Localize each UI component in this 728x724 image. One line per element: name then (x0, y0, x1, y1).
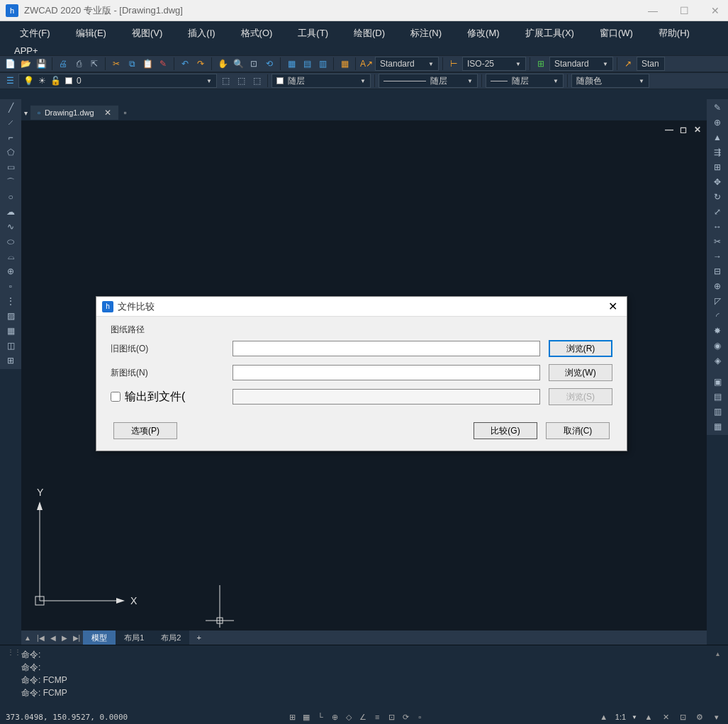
layout-tab-1[interactable]: 布局1 (116, 630, 152, 645)
menu-insert[interactable]: 插入(I) (175, 24, 228, 43)
menu-modify[interactable]: 修改(M) (454, 24, 513, 43)
explode-icon[interactable]: ✸ (708, 324, 727, 338)
menu-help[interactable]: 帮助(H) (646, 24, 702, 43)
trim-icon[interactable]: ✂ (708, 234, 727, 249)
zoom-prev-icon[interactable]: ⟲ (262, 57, 276, 71)
join-icon[interactable]: ⊕ (708, 279, 727, 293)
tool-f-icon[interactable]: ▦ (708, 419, 727, 434)
polyline-icon[interactable]: ⌐ (1, 130, 20, 145)
layout-nav-next[interactable]: ▶ (59, 634, 70, 642)
ellipse-icon[interactable]: ⬭ (1, 234, 20, 249)
fillet-icon[interactable]: ◜ (708, 309, 727, 323)
command-line[interactable]: ⋮⋮ ▴ 命令: 命令: 命令: FCMP 命令: FCMP (0, 645, 728, 710)
viewport-close-icon[interactable]: ✕ (693, 125, 702, 135)
output-checkbox-input[interactable] (111, 392, 121, 402)
layout-nav-prev-all[interactable]: |◀ (34, 634, 47, 642)
properties-icon[interactable]: ▦ (284, 57, 298, 71)
layer-manager-icon[interactable]: ☰ (3, 74, 17, 88)
status-icon-a[interactable]: ▲ (643, 711, 654, 723)
tab-close-icon[interactable]: ✕ (104, 108, 111, 118)
rotate-icon[interactable]: ↻ (708, 190, 727, 204)
menu-express[interactable]: 扩展工具(X) (513, 24, 587, 43)
toolpalette-icon[interactable]: ▥ (315, 57, 330, 71)
old-drawing-input[interactable] (233, 341, 540, 356)
dim-style-dropdown[interactable]: ISO-25▼ (462, 57, 526, 71)
layer-prev-icon[interactable]: ⬚ (218, 74, 233, 88)
copy-icon[interactable]: ⧉ (125, 57, 139, 71)
text-style-dropdown[interactable]: Standard▼ (375, 57, 439, 71)
calc-icon[interactable]: ▦ (337, 57, 352, 71)
status-icon-c[interactable]: ⊡ (677, 711, 688, 723)
layout-nav-prev[interactable]: ◀ (47, 634, 59, 642)
erase-icon[interactable]: ✎ (708, 101, 727, 115)
menu-tools[interactable]: 工具(T) (285, 24, 341, 43)
copy-tool-icon[interactable]: ⊕ (708, 115, 727, 130)
ellipsearc-icon[interactable]: ⌓ (1, 249, 20, 264)
arc-icon[interactable]: ⌒ (1, 175, 20, 189)
cut-icon[interactable]: ✂ (109, 57, 123, 71)
zoom-icon[interactable]: 🔍 (231, 57, 245, 71)
extend-icon[interactable]: → (708, 249, 727, 264)
offset-icon[interactable]: ⇶ (708, 145, 727, 159)
osnap-icon[interactable]: ◇ (343, 711, 354, 723)
dialog-close-button[interactable]: ✕ (604, 298, 621, 315)
menu-view[interactable]: 视图(V) (119, 24, 175, 43)
status-icon-d[interactable]: ⚙ (694, 711, 705, 723)
pan-icon[interactable]: ✋ (215, 57, 230, 71)
tool-d-icon[interactable]: ▤ (708, 390, 727, 404)
lwt-icon[interactable]: ≡ (371, 711, 383, 723)
status-scale[interactable]: 1:1 (615, 713, 626, 721)
menu-format[interactable]: 格式(O) (228, 24, 286, 43)
browse-old-button[interactable]: 浏览(R) (549, 340, 612, 357)
mirror-icon[interactable]: ▲ (708, 130, 727, 145)
rectangle-icon[interactable]: ▭ (1, 160, 20, 174)
table-style-dropdown[interactable]: Standard▼ (549, 57, 613, 71)
print-icon[interactable]: 🖨 (56, 57, 70, 71)
point-icon[interactable]: ⋮ (1, 294, 20, 308)
gradient-icon[interactable]: ▦ (1, 324, 20, 338)
output-file-checkbox[interactable]: 输出到文件( (111, 390, 224, 405)
dialog-titlebar[interactable]: h 文件比较 ✕ (96, 297, 627, 317)
table-icon[interactable]: ⊞ (1, 353, 20, 368)
browse-new-button[interactable]: 浏览(W) (549, 364, 612, 381)
linetype-dropdown[interactable]: —————随层▼ (379, 74, 478, 88)
cancel-button[interactable]: 取消(C) (546, 422, 610, 439)
close-button[interactable]: ✕ (708, 4, 722, 18)
annoscale-icon[interactable]: ▲ (598, 711, 610, 723)
grid-icon[interactable]: ▦ (301, 711, 312, 723)
layer-dropdown[interactable]: 💡 ☀ 🔓 0 ▼ (18, 74, 217, 88)
preview-icon[interactable]: ⎙ (72, 57, 86, 71)
dimstyle-icon[interactable]: ⊢ (447, 57, 461, 71)
tool-e-icon[interactable]: ▥ (708, 405, 727, 419)
color-dropdown[interactable]: 随层▼ (271, 74, 371, 88)
menu-window[interactable]: 窗口(W) (587, 24, 646, 43)
spline-icon[interactable]: ∿ (1, 220, 20, 234)
undo-icon[interactable]: ↶ (178, 57, 192, 71)
save-icon[interactable]: 💾 (34, 57, 48, 71)
block-icon[interactable]: ▫ (1, 279, 20, 293)
paste-icon[interactable]: 📋 (140, 57, 155, 71)
zoom-window-icon[interactable]: ⊡ (247, 57, 261, 71)
maximize-button[interactable]: ☐ (677, 4, 691, 18)
polygon-icon[interactable]: ⬠ (1, 145, 20, 159)
xline-icon[interactable]: ⟋ (1, 115, 20, 130)
layout-nav-next-all[interactable]: ▶| (70, 634, 84, 642)
layout-add-button[interactable]: + (189, 631, 208, 644)
cycle-icon[interactable]: ⟳ (400, 711, 411, 723)
line-icon[interactable]: ╱ (1, 101, 20, 115)
layout-tab-model[interactable]: 模型 (83, 630, 116, 645)
open-icon[interactable]: 📂 (18, 57, 33, 71)
array-icon[interactable]: ⊞ (708, 160, 727, 174)
scale-icon[interactable]: ⤢ (708, 205, 727, 219)
menu-file[interactable]: 文件(F) (7, 24, 63, 43)
compare-button[interactable]: 比较(G) (474, 422, 537, 439)
new-icon[interactable]: 📄 (3, 57, 17, 71)
circle-icon[interactable]: ○ (1, 190, 20, 204)
insert-icon[interactable]: ⊕ (1, 264, 20, 278)
hatch-icon[interactable]: ▨ (1, 309, 20, 323)
revcloud-icon[interactable]: ☁ (1, 205, 20, 219)
layout-nav-first[interactable]: ▲ (21, 634, 34, 642)
redo-icon[interactable]: ↷ (194, 57, 208, 71)
status-extra-icon[interactable]: ▫ (414, 711, 425, 723)
menu-edit[interactable]: 编辑(E) (63, 24, 119, 43)
